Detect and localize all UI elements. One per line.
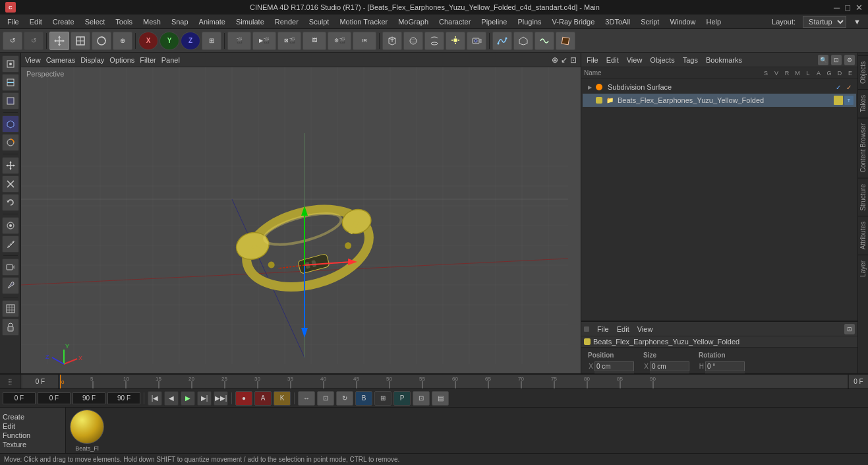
lt-paint[interactable] (2, 277, 19, 294)
menu-sculpt[interactable]: Sculpt (304, 16, 334, 27)
obj-edit[interactable]: Edit (604, 56, 622, 64)
deformer-button[interactable] (556, 32, 575, 50)
poly-button[interactable] (513, 32, 533, 50)
menu-character[interactable]: Character (434, 16, 475, 27)
lt-knife[interactable] (2, 235, 19, 253)
obj-item-subdivision[interactable]: ▶ Subdivision Surface ✓ ✓ (583, 80, 856, 94)
nurbs-button[interactable] (535, 32, 554, 50)
obj-search-icon[interactable]: 🔍 (818, 55, 828, 65)
tab-layer[interactable]: Layer (857, 255, 868, 282)
cube-button[interactable] (382, 32, 402, 50)
render-all-button[interactable]: ⊠🎬 (277, 32, 301, 50)
mat-create[interactable]: Create (3, 412, 63, 421)
panel-button[interactable]: ▤ (432, 391, 449, 406)
attr-edit[interactable]: Edit (614, 325, 632, 333)
end-preview-input[interactable] (107, 392, 140, 404)
attr-view[interactable]: View (635, 325, 656, 333)
menu-tools[interactable]: Tools (111, 16, 137, 27)
rot-h-input[interactable] (705, 361, 745, 371)
material-item[interactable]: Beats_Fl (66, 406, 108, 456)
start-frame-input[interactable] (3, 392, 36, 404)
menu-window[interactable]: Window (665, 16, 700, 27)
render-active-view-button[interactable]: ▶🎬 (252, 32, 276, 50)
layout-arrow[interactable]: ▼ (849, 16, 865, 27)
lt-edge-mode[interactable] (2, 74, 19, 91)
rotate-tl-button[interactable]: ↻ (336, 391, 353, 406)
lt-texture-mode[interactable] (2, 134, 19, 151)
lt-camera[interactable] (2, 259, 19, 276)
obj-bookmarks[interactable]: Bookmarks (703, 56, 745, 64)
move-tool-button[interactable] (49, 32, 69, 50)
lt-lock[interactable] (2, 319, 19, 336)
x-axis-button[interactable]: X (138, 32, 158, 50)
start-preview-input[interactable] (38, 392, 71, 404)
lt-grid[interactable] (2, 300, 19, 317)
interactive-render-button[interactable]: IR (353, 32, 376, 50)
lt-rotate[interactable] (2, 194, 19, 211)
obj-objects[interactable]: Objects (647, 56, 677, 64)
tab-attributes[interactable]: Attributes (857, 216, 868, 255)
menu-vray[interactable]: V-Ray Bridge (548, 16, 600, 27)
obj-file[interactable]: File (584, 56, 601, 64)
obj-check-2[interactable]: ✓ (844, 82, 854, 92)
menu-animate[interactable]: Animate (194, 16, 230, 27)
mat-function[interactable]: Function (3, 431, 63, 440)
obj-tags[interactable]: Tags (680, 56, 701, 64)
spline-button[interactable] (492, 32, 512, 50)
size-x-input[interactable] (650, 361, 689, 371)
transform-all-button[interactable]: ⊕ (113, 32, 132, 50)
lt-move[interactable] (2, 157, 19, 174)
record-button[interactable]: ● (235, 391, 252, 406)
obj-tag-1[interactable]: T (844, 96, 854, 105)
scale-tl-button[interactable]: ⊡ (317, 391, 334, 406)
menu-render[interactable]: Render (270, 16, 303, 27)
sphere-button[interactable] (403, 32, 423, 50)
menu-create[interactable]: Create (48, 16, 79, 27)
grid-tl-button[interactable]: ⊞ (374, 391, 391, 406)
cylinder-button[interactable] (424, 32, 444, 50)
y-axis-button[interactable]: Y (159, 32, 179, 50)
camera-button[interactable] (467, 32, 486, 50)
vp-view[interactable]: View (25, 56, 41, 64)
timeline-ruler[interactable]: 0 5 10 15 20 25 30 35 40 (60, 375, 847, 388)
lt-scale[interactable] (2, 175, 19, 193)
extras-button[interactable]: ⊡ (413, 391, 430, 406)
snap-tl-button[interactable]: P (393, 391, 411, 406)
scale-tool-button[interactable] (71, 32, 90, 50)
menu-script[interactable]: Script (636, 16, 664, 27)
obj-view[interactable]: View (624, 56, 645, 64)
lt-point-mode[interactable] (2, 55, 19, 73)
vp-icon-down[interactable]: ↙ (561, 55, 567, 65)
obj-item-earphones[interactable]: 📁 Beats_Flex_Earphones_Yuzu_Yellow_Folde… (583, 94, 856, 107)
attr-panel-icon[interactable]: ⊡ (844, 324, 855, 334)
key-all-button[interactable]: K (274, 391, 291, 406)
lt-poly-mode[interactable] (2, 92, 19, 109)
light-button[interactable] (446, 32, 465, 50)
goto-start-button[interactable]: |◀ (148, 391, 162, 406)
step-forward-button[interactable]: ▶| (197, 391, 212, 406)
maximize-button[interactable]: □ (845, 3, 850, 13)
mat-texture[interactable]: Texture (3, 440, 63, 449)
play-button[interactable]: ▶ (181, 391, 195, 406)
obj-check-1[interactable]: ✓ (834, 82, 843, 92)
tab-structure[interactable]: Structure (857, 178, 868, 216)
tab-content-browser[interactable]: Content Browser (857, 117, 868, 177)
z-axis-button[interactable]: Z (181, 32, 200, 50)
end-frame-input[interactable] (72, 392, 105, 404)
tab-objects[interactable]: Objects (857, 55, 868, 89)
vp-display[interactable]: Display (80, 56, 104, 64)
obj-panel-icon[interactable]: ⊡ (831, 55, 842, 65)
obj-settings-icon[interactable]: ⚙ (844, 55, 855, 65)
attr-file[interactable]: File (594, 325, 612, 333)
undo-button[interactable]: ↺ (3, 32, 22, 50)
menu-plugins[interactable]: Plugins (513, 16, 546, 27)
menu-simulate[interactable]: Simulate (231, 16, 269, 27)
menu-select[interactable]: Select (80, 16, 110, 27)
redo-button[interactable]: ↺ (24, 32, 43, 50)
rotate-tool-button[interactable] (92, 32, 111, 50)
world-coord-button[interactable]: ⊞ (202, 32, 221, 50)
menu-pipeline[interactable]: Pipeline (477, 16, 511, 27)
vp-icon-grid[interactable]: ⊡ (570, 55, 577, 65)
vp-cameras[interactable]: Cameras (46, 56, 76, 64)
menu-snap[interactable]: Snap (167, 16, 193, 27)
